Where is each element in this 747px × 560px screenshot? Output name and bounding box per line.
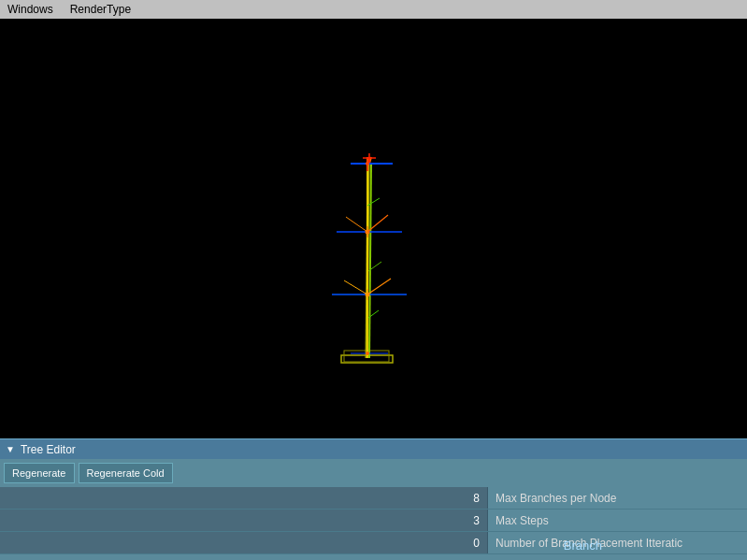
param-value-max-steps[interactable]: 3 <box>0 510 488 531</box>
param-row-max-steps: 3 Max Steps <box>0 510 747 532</box>
param-row-max-branches: 8 Max Branches per Node <box>0 487 747 510</box>
tree-visualization <box>0 19 747 438</box>
svg-line-21 <box>346 217 367 232</box>
param-value-max-branches[interactable]: 8 <box>0 487 488 509</box>
menu-windows[interactable]: Windows <box>4 3 57 16</box>
svg-line-3 <box>369 164 371 358</box>
param-label-max-steps: Max Steps <box>488 510 747 531</box>
regenerate-cold-button[interactable]: Regenerate Cold <box>79 463 173 483</box>
param-label-branch-placement: Number of Branch Placement Itteratic <box>488 532 747 553</box>
svg-point-19 <box>366 352 369 355</box>
panel-collapse-arrow[interactable]: ▼ <box>6 444 15 454</box>
buttons-row: Regenerate Regenerate Cold <box>0 459 747 487</box>
svg-line-23 <box>344 280 367 294</box>
menu-rendertype[interactable]: RenderType <box>66 3 135 16</box>
viewport <box>0 19 747 438</box>
panel-title: Tree Editor <box>21 443 76 456</box>
param-label-max-branches: Max Branches per Node <box>488 487 747 509</box>
param-value-branch-placement[interactable]: 0 <box>0 532 488 553</box>
regenerate-button[interactable]: Regenerate <box>4 463 75 483</box>
menu-bar: Windows RenderType <box>0 0 747 19</box>
param-row-branch-placement: 0 Number of Branch Placement Itteratic <box>0 532 747 554</box>
panel-header: ▼ Tree Editor <box>0 438 747 459</box>
branch-label: Branch <box>564 538 602 553</box>
bottom-panel: Regenerate Regenerate Cold 8 Max Branche… <box>0 459 747 560</box>
